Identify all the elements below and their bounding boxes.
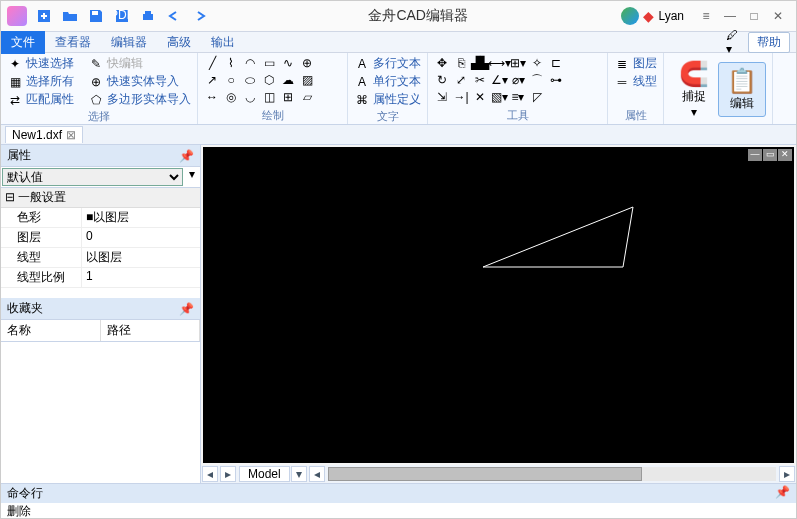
scroll-left-button[interactable]: ◂	[202, 466, 218, 482]
menu-button[interactable]: ≡	[694, 9, 718, 23]
hscroll-right-button[interactable]: ▸	[779, 466, 795, 482]
hscrollbar[interactable]	[328, 467, 776, 481]
redo-button[interactable]	[189, 5, 211, 27]
model-tab[interactable]: Model	[239, 466, 290, 482]
pin-icon[interactable]: 📌	[775, 485, 790, 502]
move-icon[interactable]: ✥	[434, 55, 450, 71]
scale-icon[interactable]: ⤢	[453, 72, 469, 88]
block-icon[interactable]: ◫	[261, 89, 277, 105]
match-prop-button[interactable]: 匹配属性	[26, 91, 74, 108]
attdef-icon[interactable]: ⌘	[354, 92, 370, 108]
polygon-import-icon[interactable]: ⬠	[88, 92, 104, 108]
text-icon[interactable]: A	[354, 74, 370, 90]
file-tab[interactable]: New1.dxf ⊠	[5, 126, 83, 143]
wipeout-icon[interactable]: ▱	[299, 89, 315, 105]
select-all-icon[interactable]: ▦	[7, 74, 23, 90]
prop-value[interactable]: 0	[81, 228, 200, 247]
copy-icon[interactable]: ⎘	[453, 55, 469, 71]
tab-editor[interactable]: 编辑器	[101, 31, 157, 54]
explode-icon[interactable]: ✧	[529, 55, 545, 71]
circle-icon[interactable]: ○	[223, 72, 239, 88]
join-icon[interactable]: ⊶	[548, 72, 564, 88]
area-icon[interactable]: ▧▾	[491, 89, 507, 105]
prop-category[interactable]: ⊟ 一般设置	[1, 188, 200, 208]
rect-icon[interactable]: ▭	[261, 55, 277, 71]
dist-icon[interactable]: ⟷▾	[491, 55, 507, 71]
polygon-icon[interactable]: ⬡	[261, 72, 277, 88]
extend-icon[interactable]: →|	[453, 89, 469, 105]
maximize-button[interactable]: □	[742, 9, 766, 23]
chamfer-icon[interactable]: ◸	[529, 89, 545, 105]
donut-icon[interactable]: ◎	[223, 89, 239, 105]
quick-select-button[interactable]: 快速选择	[26, 55, 74, 72]
earc-icon[interactable]: ◡	[242, 89, 258, 105]
layer-icon[interactable]: ≣	[614, 56, 630, 72]
pin-icon[interactable]: 📌	[179, 302, 194, 316]
hatch-icon[interactable]: ▨	[299, 72, 315, 88]
align-icon[interactable]: ≡▾	[510, 89, 526, 105]
ray-icon[interactable]: ↗	[204, 72, 220, 88]
polyline-icon[interactable]: ⌇	[223, 55, 239, 71]
fillet-icon[interactable]: ⌒	[529, 72, 545, 88]
dropper-icon[interactable]: 🖊▾	[726, 34, 742, 50]
save-button[interactable]	[85, 5, 107, 27]
tab-viewer[interactable]: 查看器	[45, 31, 101, 54]
layer-button[interactable]: 图层	[633, 55, 657, 72]
prop-value[interactable]: ■以图层	[81, 208, 200, 227]
user-avatar-icon[interactable]	[621, 7, 639, 25]
undo-button[interactable]	[163, 5, 185, 27]
file-tab-close-icon[interactable]: ⊠	[66, 128, 76, 142]
properties-dropdown-button[interactable]: ▾	[184, 167, 200, 187]
break-icon[interactable]: ⌀▾	[510, 72, 526, 88]
pdf-button[interactable]: PDF	[111, 5, 133, 27]
offset-icon[interactable]: ⊏	[548, 55, 564, 71]
edit-button[interactable]: 📋 编辑	[718, 62, 766, 117]
linetype-icon[interactable]: ═	[614, 74, 630, 90]
quick-edit-button[interactable]: 快编辑	[107, 55, 143, 72]
new-file-button[interactable]	[33, 5, 55, 27]
stretch-icon[interactable]: ⇲	[434, 89, 450, 105]
mtext-icon[interactable]: A	[354, 56, 370, 72]
snap-button[interactable]: 🧲 捕捉 ▾	[670, 55, 718, 124]
help-button[interactable]: 帮助	[748, 32, 790, 53]
pin-icon[interactable]: 📌	[179, 149, 194, 163]
erase-icon[interactable]: ✕	[472, 89, 488, 105]
match-prop-icon[interactable]: ⇄	[7, 92, 23, 108]
cloud-icon[interactable]: ☁	[280, 72, 296, 88]
table-icon[interactable]: ⊞	[280, 89, 296, 105]
polygon-import-button[interactable]: 多边形实体导入	[107, 91, 191, 108]
properties-select[interactable]: 默认值	[2, 168, 183, 186]
import-entity-button[interactable]: 快速实体导入	[107, 73, 179, 90]
command-log[interactable]: 删除 删除	[1, 503, 796, 519]
angle-icon[interactable]: ∠▾	[491, 72, 507, 88]
array-icon[interactable]: ⊞▾	[510, 55, 526, 71]
hscroll-thumb[interactable]	[328, 467, 642, 481]
print-button[interactable]	[137, 5, 159, 27]
tab-advanced[interactable]: 高级	[157, 31, 201, 54]
minimize-button[interactable]: —	[718, 9, 742, 23]
quick-select-icon[interactable]: ✦	[7, 56, 23, 72]
arc-icon[interactable]: ◠	[242, 55, 258, 71]
hscroll-left-button[interactable]: ◂	[309, 466, 325, 482]
username[interactable]: Lyan	[658, 9, 684, 23]
xline-icon[interactable]: ↔	[204, 89, 220, 105]
trim-icon[interactable]: ✂	[472, 72, 488, 88]
spline-icon[interactable]: ∿	[280, 55, 296, 71]
tab-file[interactable]: 文件	[1, 31, 45, 54]
prop-value[interactable]: 1	[81, 268, 200, 287]
point-icon[interactable]: ⊕	[299, 55, 315, 71]
mtext-button[interactable]: 多行文本	[373, 55, 421, 72]
line-icon[interactable]: ╱	[204, 55, 220, 71]
fav-col-path[interactable]: 路径	[101, 320, 201, 341]
open-file-button[interactable]	[59, 5, 81, 27]
tab-output[interactable]: 输出	[201, 31, 245, 54]
text-button[interactable]: 单行文本	[373, 73, 421, 90]
mirror-icon[interactable]: ▟▙	[472, 55, 488, 71]
scroll-right-button[interactable]: ▸	[220, 466, 236, 482]
viewport[interactable]: — ▭ ✕	[203, 147, 794, 463]
ellipse-icon[interactable]: ⬭	[242, 72, 258, 88]
fav-col-name[interactable]: 名称	[1, 320, 101, 341]
prop-value[interactable]: 以图层	[81, 248, 200, 267]
attdef-button[interactable]: 属性定义	[373, 91, 421, 108]
tab-menu-button[interactable]: ▾	[291, 466, 307, 482]
